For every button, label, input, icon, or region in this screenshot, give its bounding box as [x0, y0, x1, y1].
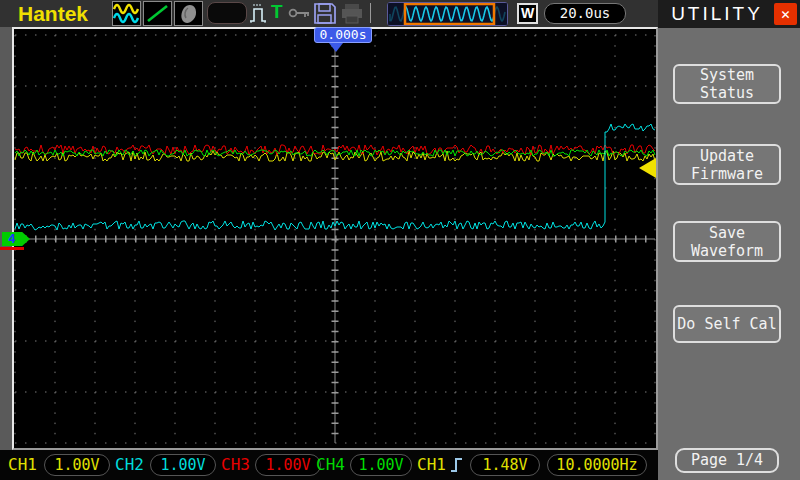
update-firmware-button[interactable]: Update Firmware [673, 144, 781, 185]
trigger-level-arrow-icon[interactable] [639, 158, 656, 178]
channel3-position-marker[interactable] [0, 247, 24, 250]
ch4-scale-pill[interactable]: 1.00V [350, 454, 412, 476]
utility-menu-sidebar: UTILITY ✕ System Status Update Firmware … [658, 0, 800, 480]
rising-edge-icon [449, 454, 465, 480]
system-status-button[interactable]: System Status [673, 64, 781, 104]
ch3-label: CH3 [221, 455, 250, 474]
top-toolbar: Hantek T [0, 0, 658, 27]
save-waveform-button[interactable]: Save Waveform [673, 221, 781, 262]
key-icon[interactable] [288, 4, 312, 26]
trigger-source-label: CH1 [417, 455, 446, 474]
channel-status-bar: CH1 1.00V CH2 1.00V CH3 1.00V CH4 1.00V … [0, 450, 658, 480]
trigger-t-icon[interactable]: T [271, 1, 283, 23]
pulse-icon[interactable] [249, 2, 269, 29]
page-indicator-button[interactable]: Page 1/4 [675, 448, 779, 473]
line-style-icon[interactable] [143, 1, 172, 26]
scope-display: 0.000s [12, 27, 658, 450]
sidebar-header: UTILITY ✕ [658, 0, 800, 28]
menu-title: UTILITY [658, 3, 776, 25]
window-mode-badge[interactable]: W [517, 3, 538, 24]
ch2-scale-pill[interactable]: 1.00V [150, 454, 216, 476]
do-self-cal-button[interactable]: Do Self Cal [673, 305, 781, 343]
trigger-level-pill[interactable]: 1.48V [470, 454, 540, 476]
close-icon[interactable]: ✕ [774, 3, 797, 25]
ch3-scale-pill[interactable]: 1.00V [255, 454, 321, 476]
waveform-thumbnail[interactable] [387, 2, 508, 26]
ch4-label: CH4 [316, 455, 345, 474]
waveform-icon[interactable] [112, 1, 141, 26]
trigger-frequency-pill[interactable]: 10.0000Hz [547, 454, 647, 476]
hand-icon[interactable] [174, 1, 203, 26]
ch1-label: CH1 [8, 455, 37, 474]
scope-grid-and-traces [14, 29, 656, 448]
hantek-logo: Hantek [18, 2, 88, 26]
measure-readout-box [207, 2, 247, 24]
timebase-readout[interactable]: 20.0us [544, 3, 626, 24]
printer-icon[interactable] [340, 2, 365, 29]
save-floppy-icon[interactable] [313, 2, 337, 29]
time-position-marker[interactable]: 0.000s [314, 27, 372, 43]
ch2-label: CH2 [115, 455, 144, 474]
ch1-scale-pill[interactable]: 1.00V [44, 454, 110, 476]
time-position-marker-pointer-icon [329, 43, 343, 52]
toolbar-separator [370, 3, 371, 23]
